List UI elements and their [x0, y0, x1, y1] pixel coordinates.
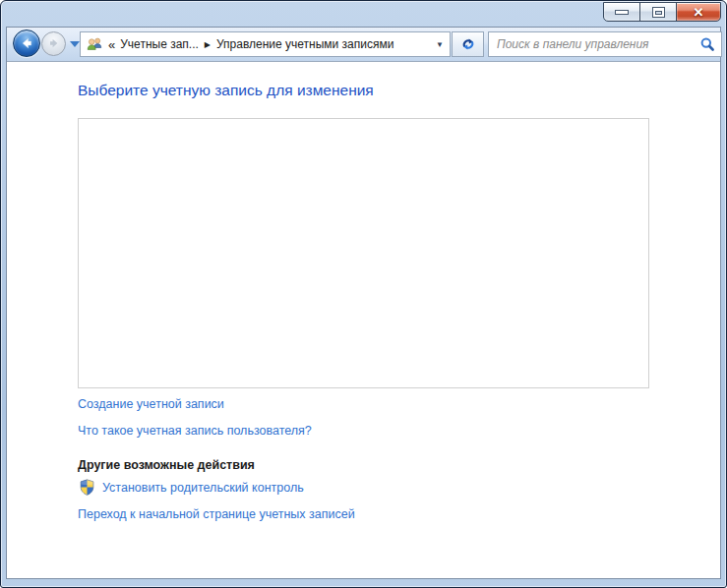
refresh-button[interactable] — [452, 31, 484, 57]
search-box — [488, 31, 722, 57]
uac-shield-icon — [79, 479, 95, 496]
parental-control-row[interactable]: Установить родительский контроль — [79, 479, 304, 496]
forward-button[interactable] — [41, 31, 66, 56]
accounts-home-link[interactable]: Переход к начальной странице учетных зап… — [78, 507, 355, 521]
refresh-icon — [460, 36, 476, 52]
parental-control-link[interactable]: Установить родительский контроль — [102, 481, 304, 495]
back-button[interactable] — [13, 29, 40, 57]
page-title: Выберите учетную запись для изменения — [78, 82, 374, 99]
close-button[interactable]: ✕ — [676, 2, 721, 22]
back-arrow-icon — [19, 35, 34, 51]
search-input[interactable] — [497, 37, 699, 51]
navigation-bar: « Учетные зап... ▶ Управление учетными з… — [7, 28, 720, 62]
window-inner: « Учетные зап... ▶ Управление учетными з… — [6, 27, 721, 579]
recent-pages-dropdown[interactable] — [70, 41, 80, 47]
minimize-icon — [616, 11, 628, 14]
account-list — [78, 118, 649, 388]
forward-arrow-icon — [47, 36, 61, 50]
address-dropdown-icon[interactable]: ▼ — [436, 40, 444, 49]
maximize-icon — [653, 8, 664, 17]
breadcrumb-separator-icon[interactable]: ▶ — [204, 40, 212, 49]
caption-buttons: ✕ — [604, 2, 721, 22]
create-account-link[interactable]: Создание учетной записи — [78, 397, 224, 411]
breadcrumb-overflow-chevron[interactable]: « — [108, 37, 115, 52]
user-accounts-icon — [87, 36, 103, 52]
window-frame: ✕ — [0, 0, 727, 588]
close-icon: ✕ — [694, 6, 704, 19]
search-icon[interactable] — [699, 36, 715, 52]
maximize-button[interactable] — [639, 2, 677, 22]
minimize-button[interactable] — [603, 2, 640, 22]
breadcrumb-item-user-accounts[interactable]: Учетные зап... — [120, 37, 199, 51]
what-is-account-link[interactable]: Что такое учетная запись пользователя? — [78, 424, 312, 438]
breadcrumb[interactable]: « Учетные зап... ▶ Управление учетными з… — [80, 31, 451, 57]
breadcrumb-item-manage-accounts[interactable]: Управление учетными записями — [216, 37, 394, 51]
content-area: Выберите учетную запись для изменения Со… — [7, 62, 720, 578]
other-actions-heading: Другие возможные действия — [78, 458, 255, 472]
